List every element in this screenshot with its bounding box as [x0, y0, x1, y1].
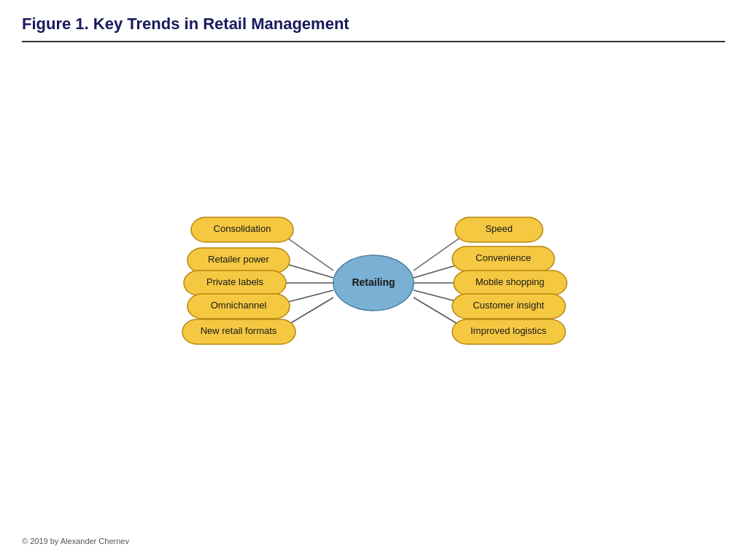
- label-private-labels: Private labels: [206, 276, 264, 287]
- label-speed: Speed: [485, 223, 513, 234]
- label-consolidation: Consolidation: [214, 223, 271, 234]
- center-label: Retailing: [352, 276, 395, 288]
- diagram-svg: Retailing Consol: [118, 137, 629, 429]
- label-improved-logistics: Improved logistics: [471, 325, 547, 336]
- page-container: Figure 1. Key Trends in Retail Managemen…: [0, 0, 747, 560]
- page-title: Figure 1. Key Trends in Retail Managemen…: [22, 15, 725, 34]
- label-mobile-shopping: Mobile shopping: [476, 276, 545, 287]
- footer-text: © 2019 by Alexander Chernev: [22, 537, 129, 545]
- title-divider: [22, 41, 725, 42]
- label-omnichannel: Omnichannel: [211, 300, 267, 311]
- label-retailer-power: Retailer power: [208, 254, 269, 265]
- diagram-area: Retailing Consol: [22, 57, 725, 509]
- label-customer-insight: Customer insight: [473, 300, 544, 311]
- label-convenience: Convenience: [476, 252, 531, 263]
- label-new-retail-formats: New retail formats: [201, 325, 277, 336]
